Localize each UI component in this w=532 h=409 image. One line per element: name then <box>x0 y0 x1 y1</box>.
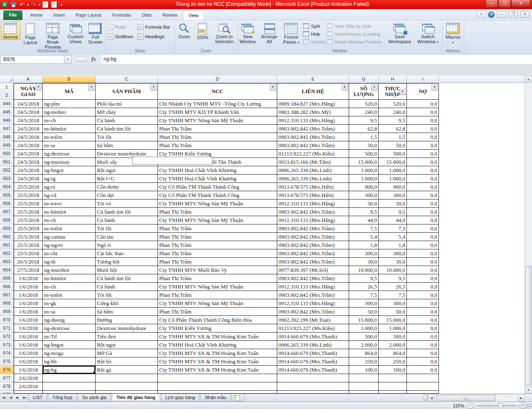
cell-D965[interactable]: Phan Thị Trầm <box>158 274 277 283</box>
row-header-963[interactable]: 963 <box>0 258 14 266</box>
cell-B950[interactable]: ng-dextrose <box>43 150 96 158</box>
cell-I947[interactable]: 0,0 <box>407 125 439 133</box>
tab-page-layout[interactable]: Page Layout <box>70 10 107 20</box>
cell-A958[interactable]: 25/5/2018 <box>14 216 43 224</box>
cell-A949[interactable]: 24/5/2018 <box>14 141 43 150</box>
new-window-button[interactable]: New Window <box>237 21 258 44</box>
cell-G975[interactable]: 250,0 <box>349 357 379 366</box>
cell-I944[interactable]: 0,0 <box>407 100 439 108</box>
cell-A962[interactable]: 25/5/2018 <box>14 249 43 258</box>
cell-B960[interactable]: ng-cantau <box>43 233 96 241</box>
cell-A954[interactable]: 25/5/2018 <box>14 183 43 191</box>
ruler-checkbox[interactable]: ✓Ruler <box>108 23 135 31</box>
cell-E963[interactable]: 0903.002.842 (Mrs.Trầm) <box>277 258 349 266</box>
cell-E974[interactable]: 0914.660.679 (Mrs.Thanh) <box>277 349 349 357</box>
cell-G976[interactable]: 100,0 <box>349 366 379 374</box>
cell-D952[interactable]: Cty TNHH Hoá Chất Vĩnh Khương <box>158 166 277 175</box>
cell-E977[interactable] <box>277 374 349 382</box>
cell-D961[interactable]: Phan Thị Trầm <box>158 241 277 249</box>
cell-I949[interactable]: 0,0 <box>407 141 439 150</box>
synchronous-scrolling-button[interactable]: Synchronous Scrolling <box>325 30 386 38</box>
cell-E948[interactable]: 0903.002.842 (Mrs.Trầm) <box>277 133 349 141</box>
quick-print-icon[interactable] <box>50 1 58 8</box>
row-header-961[interactable]: 961 <box>0 241 14 249</box>
hscroll-left-icon[interactable]: ◀ <box>428 394 435 402</box>
cell-C963[interactable]: Tương hột <box>96 258 158 266</box>
cell-E961[interactable]: 0903.002.842 (Mrs.Trầm) <box>277 241 349 249</box>
cell-E950[interactable]: 01213.923.227 (Ms.Kiều) <box>277 150 349 158</box>
cell-A974[interactable]: 1/6/2018 <box>14 349 43 357</box>
cell-H963[interactable]: 30,0 <box>379 258 407 266</box>
cell-I945[interactable]: 0,0 <box>407 108 439 116</box>
cell-G944[interactable]: 520,0 <box>349 100 379 108</box>
undo-dropdown-icon[interactable]: ▾ <box>27 3 29 7</box>
sheet-tab-so-sanh-gia[interactable]: So sánh giá <box>78 394 111 402</box>
undo-icon[interactable]: ↶ <box>18 1 26 8</box>
cell-H978[interactable] <box>379 382 407 391</box>
cell-H953[interactable]: 1.000,0 <box>379 175 407 183</box>
cell-I957[interactable]: 0,0 <box>407 208 439 216</box>
hide-button[interactable]: Hide <box>302 30 325 38</box>
cell-G979[interactable]: #N/A <box>349 391 379 394</box>
cell-I954[interactable]: 0,0 <box>407 183 439 191</box>
row-header-973[interactable]: 973 <box>0 341 14 349</box>
cell-H966[interactable]: 26,5 <box>379 283 407 291</box>
cell-H945[interactable]: 240,0 <box>379 108 407 116</box>
cell-G955[interactable]: 300,0 <box>349 191 379 200</box>
row-header-947[interactable]: 947 <box>0 125 14 133</box>
cell-G963[interactable]: 30,0 <box>349 258 379 266</box>
cell-I946[interactable]: 0,0 <box>407 116 439 125</box>
cell-H974[interactable]: 864,0 <box>379 349 407 357</box>
row-header-977[interactable]: 977 <box>0 374 14 382</box>
cell-G974[interactable]: 864,0 <box>349 349 379 357</box>
cell-C958[interactable]: Củ hành <box>96 216 158 224</box>
filter-icon-e[interactable] <box>342 84 348 91</box>
tab-insert[interactable]: Insert <box>48 10 70 20</box>
cell-D958[interactable]: Cty TNHH MTV Nông Sản Mỹ Thuận <box>158 216 277 224</box>
cell-E957[interactable]: 0903.002.842 (Mrs.Trầm) <box>277 208 349 216</box>
cell-A945[interactable]: 24/5/2018 <box>14 108 43 116</box>
cell-E978[interactable] <box>277 382 349 391</box>
row-header-948[interactable]: 948 <box>0 133 14 141</box>
cell-A975[interactable]: 1/6/2018 <box>14 357 43 366</box>
cell-I979[interactable] <box>407 391 439 394</box>
cell-I967[interactable]: 0,0 <box>407 291 439 299</box>
cell-C960[interactable]: Cần tàu <box>96 233 158 241</box>
cell-D970[interactable]: Cty Cổ Phần Thành Thành Công Biên Hòa <box>158 316 277 324</box>
cell-E951[interactable]: 0933.815.166 (Mr.Tâm) <box>277 158 349 166</box>
cell-B967[interactable]: ns-toilot <box>43 291 96 299</box>
cell-C966[interactable]: Củ hành <box>96 283 158 291</box>
cell-H946[interactable]: 9,5 <box>379 116 407 125</box>
cell-B970[interactable]: ng-duong <box>43 316 96 324</box>
cell-C946[interactable]: Củ hành <box>96 116 158 125</box>
cell-D978[interactable] <box>158 382 277 391</box>
cell-C944[interactable]: Phôi lúa mì <box>96 100 158 108</box>
cell-D971[interactable]: Cty TNHH Kiến Vương <box>158 324 277 333</box>
redo-dropdown-icon[interactable]: ▾ <box>39 3 40 7</box>
row-header-972[interactable]: 972 <box>0 333 14 341</box>
cell-D974[interactable]: Cty TNHH MTV SX & TM Hoàng Kim Tuấn <box>158 349 277 357</box>
row-header-1-2[interactable]: 12 <box>0 83 14 100</box>
cell-I973[interactable]: 0,0 <box>407 341 439 349</box>
cell-E952[interactable]: 0906.265.339 (Ms.Linh) <box>277 166 349 175</box>
cell-H955[interactable]: 300,0 <box>379 191 407 200</box>
close-button[interactable]: ✕ <box>511 0 530 8</box>
cell-C948[interactable]: Tỏi lột <box>96 133 158 141</box>
cell-D946[interactable]: Cty TNHH MTV Nông Sản Mỹ Thuận <box>158 116 277 125</box>
cell-I977[interactable] <box>407 374 439 382</box>
cell-I966[interactable]: 0,0 <box>407 283 439 291</box>
cell-E956[interactable]: 0912.310.133 (Mrs.Hằng) <box>277 200 349 208</box>
cell-B979[interactable] <box>43 391 96 394</box>
cell-I951[interactable]: 0,0 <box>407 158 439 166</box>
row-header-969[interactable]: 969 <box>0 308 14 316</box>
cell-D979[interactable] <box>158 391 277 394</box>
cell-E959[interactable]: 0903.002.842 (Mrs.Trầm) <box>277 224 349 233</box>
cell-B952[interactable]: ng-bngot <box>43 166 96 175</box>
cell-B966[interactable]: ns-ch <box>43 283 96 291</box>
cell-C953[interactable]: Bột I+G <box>96 175 158 183</box>
cell-H956[interactable]: 50,0 <box>379 200 407 208</box>
cell-B956[interactable]: ns-toivo <box>43 200 96 208</box>
view-side-by-side-button[interactable]: View Side by Side <box>325 22 386 30</box>
cell-E947[interactable]: 0903.002.842 (Mrs.Trầm) <box>277 125 349 133</box>
cell-E968[interactable]: 0912.310.133 (Mrs.Hằng) <box>277 299 349 308</box>
